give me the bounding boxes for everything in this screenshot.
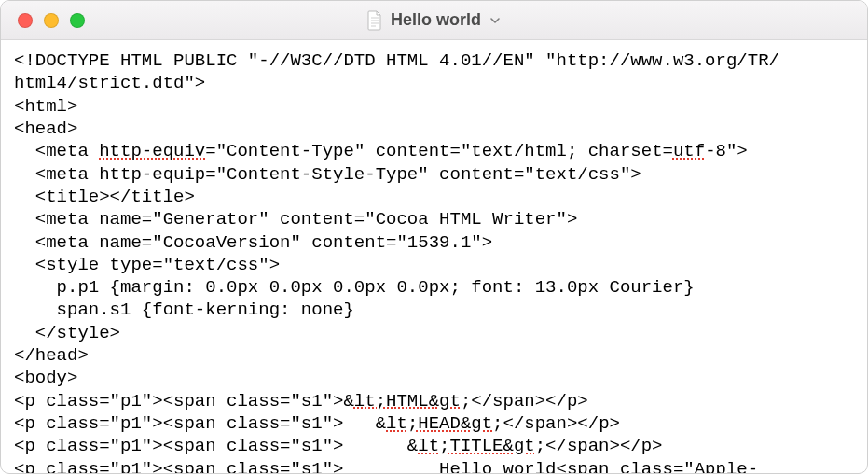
editor-content[interactable]: <!DOCTYPE HTML PUBLIC "-//W3C//DTD HTML … [1,40,867,473]
code-span: <meta name="Generator" content="Cocoa HT… [14,209,577,230]
code-span: <title></title> [14,187,195,207]
window-title: Hello world [391,10,481,30]
spellcheck-span: lt;HTML&gt [354,391,461,411]
code-span: ;</span></p> [535,436,663,456]
code-span: <p class="p1"><span class="s1"> Hello wo… [14,459,758,473]
minimize-button[interactable] [44,13,59,28]
code-span: <head> [14,118,77,139]
close-button[interactable] [18,13,33,28]
code-span: span.s1 {font-kerning: none} [14,300,354,320]
spellcheck-span: utf [673,141,705,161]
code-span: ="Content-Type" content="text/html; char… [205,141,673,161]
spellcheck-span: lt;HEAD&gt [386,413,492,434]
title-group[interactable]: Hello world [366,10,502,31]
code-span: <meta [14,141,99,161]
code-span: <meta name="CocoaVersion" content="1539.… [14,232,492,253]
spellcheck-span: lt;TITLE&gt [418,436,534,456]
code-span: <style type="text/css"> [14,255,280,275]
code-text[interactable]: <!DOCTYPE HTML PUBLIC "-//W3C//DTD HTML … [14,49,854,473]
spellcheck-span: http-equiv [99,141,205,161]
code-span: </head> [14,345,89,366]
code-span: -8"> [705,141,748,161]
code-span: ;</span></p> [492,413,620,434]
code-span: <p class="p1"><span class="s1"> & [14,436,418,456]
code-span: p.p1 {margin: 0.0px 0.0px 0.0px 0.0px; f… [14,277,695,298]
titlebar[interactable]: Hello world [1,1,867,40]
chevron-down-icon[interactable] [489,14,502,27]
code-span: html4/strict.dtd"> [14,73,205,93]
document-icon [366,10,383,31]
code-span: <meta http-equip="Content-Style-Type" co… [14,164,641,185]
code-span: <body> [14,368,77,388]
code-span: ;</span></p> [461,391,588,411]
zoom-button[interactable] [70,13,85,28]
code-span: <!DOCTYPE HTML PUBLIC "-//W3C//DTD HTML … [14,50,779,71]
code-span: </style> [14,323,120,343]
code-span: <p class="p1"><span class="s1"> & [14,413,386,434]
window: Hello world <!DOCTYPE HTML PUBLIC "-//W3… [0,0,868,474]
code-span: <html> [14,96,77,117]
code-span: <p class="p1"><span class="s1">& [14,391,354,411]
traffic-lights [18,13,85,28]
